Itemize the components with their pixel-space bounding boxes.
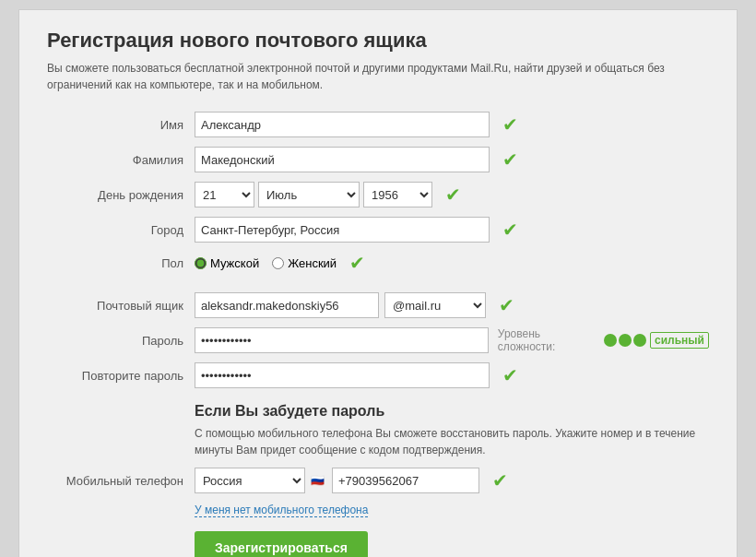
email-control: @mail.ru @list.ru @inbox.ru @bk.ru ✔ [195, 292, 709, 318]
birthday-selects: 21 Июль 1956 [195, 182, 432, 207]
gender-group: Мужской Женский [195, 256, 337, 270]
hint-text: С помощью мобильного телефона Вы сможете… [195, 425, 709, 458]
name-row: Имя ✔ [47, 112, 709, 137]
gender-female-option[interactable]: Женский [272, 256, 337, 270]
gender-male-option[interactable]: Мужской [195, 256, 259, 270]
email-domain-wrapper: @mail.ru @list.ru @inbox.ru @bk.ru [384, 292, 486, 318]
phone-row: Мобильный телефон Россия 🇷🇺 ✔ [47, 468, 709, 493]
password-control: Уровень сложности: сильный [195, 327, 709, 353]
password-label: Пароль [47, 334, 195, 348]
email-row: Почтовый ящик @mail.ru @list.ru @inbox.r… [47, 292, 709, 318]
confirm-label: Повторите пароль [47, 369, 195, 383]
email-input[interactable] [195, 292, 379, 318]
name-control: ✔ [195, 112, 709, 137]
hint-title: Если Вы забудете пароль [195, 403, 709, 420]
gender-male-radio[interactable] [195, 257, 207, 269]
phone-check-icon: ✔ [492, 469, 508, 492]
city-label: Город [47, 223, 195, 237]
email-label: Почтовый ящик [47, 299, 195, 313]
page-subtitle: Вы сможете пользоваться бесплатной элект… [47, 60, 709, 93]
gender-check-icon: ✔ [349, 252, 365, 274]
surname-control: ✔ [195, 147, 709, 172]
month-select[interactable]: Июль [258, 182, 360, 207]
name-label: Имя [47, 118, 195, 132]
gender-label: Пол [47, 256, 195, 270]
phone-country-select[interactable]: Россия [195, 468, 305, 493]
password-row: Пароль Уровень сложности: сильный [47, 327, 709, 353]
gender-female-radio[interactable] [272, 257, 284, 269]
gender-male-label: Мужской [210, 256, 259, 270]
surname-input[interactable] [195, 147, 490, 172]
phone-control: Россия 🇷🇺 ✔ [195, 468, 709, 493]
password-strength: Уровень сложности: сильный [498, 327, 709, 353]
gender-row: Пол Мужской Женский ✔ [47, 252, 709, 274]
hint-section: Если Вы забудете пароль С помощью мобиль… [47, 403, 709, 458]
no-phone-link[interactable]: У меня нет мобильного телефона [195, 504, 368, 517]
strength-dots [604, 334, 646, 347]
domain-select[interactable]: @mail.ru @list.ru @inbox.ru @bk.ru [384, 292, 486, 318]
birthday-row: День рождения 21 Июль 1956 ✔ [47, 182, 709, 207]
strength-dot-3 [633, 334, 646, 347]
phone-flag-icon: 🇷🇺 [311, 474, 325, 487]
gender-control: Мужской Женский ✔ [195, 252, 709, 274]
birthday-check-icon: ✔ [445, 184, 461, 206]
day-select[interactable]: 21 [195, 182, 254, 207]
confirm-control: ✔ [195, 362, 709, 388]
strength-dot-2 [619, 334, 632, 347]
password-input[interactable] [195, 327, 489, 353]
no-phone-row: У меня нет мобильного телефона [47, 503, 709, 516]
confirm-check-icon: ✔ [502, 364, 518, 386]
name-check-icon: ✔ [502, 113, 518, 136]
city-row: Город ✔ [47, 217, 709, 243]
surname-label: Фамилия [47, 153, 195, 167]
name-input[interactable] [195, 112, 490, 137]
phone-label: Мобильный телефон [47, 474, 195, 488]
year-select[interactable]: 1956 [363, 182, 432, 207]
registration-form: Имя ✔ Фамилия ✔ День рождения [47, 112, 709, 557]
strength-dot-1 [604, 334, 617, 347]
birthday-label: День рождения [47, 188, 195, 202]
strength-text: сильный [650, 332, 709, 349]
phone-input[interactable] [332, 468, 479, 493]
birthday-control: 21 Июль 1956 ✔ [195, 182, 709, 207]
city-check-icon: ✔ [502, 219, 518, 241]
surname-row: Фамилия ✔ [47, 147, 709, 172]
page-title: Регистрация нового почтового ящика [47, 29, 709, 53]
confirm-input[interactable] [195, 362, 490, 388]
confirm-row: Повторите пароль ✔ [47, 362, 709, 388]
register-row: Зарегистрироваться [47, 531, 709, 557]
register-button[interactable]: Зарегистрироваться [195, 531, 368, 557]
gender-female-label: Женский [288, 256, 337, 270]
surname-check-icon: ✔ [502, 148, 518, 171]
city-input[interactable] [195, 217, 490, 243]
strength-label-text: Уровень сложности: [498, 327, 600, 353]
city-control: ✔ [195, 217, 709, 243]
email-check-icon: ✔ [499, 294, 514, 316]
